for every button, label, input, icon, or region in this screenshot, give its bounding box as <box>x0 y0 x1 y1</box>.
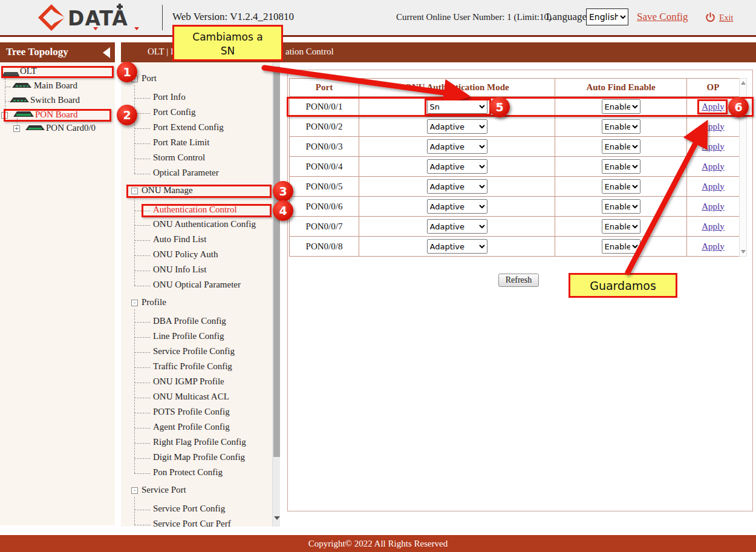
menu-tree-panel: - Port Port Info Port Config Port Extend… <box>121 62 280 527</box>
auto-find-select[interactable]: Enable <box>602 139 640 154</box>
breadcrumb-right: ation Control <box>285 47 334 57</box>
save-config-link[interactable]: Save Config <box>637 11 688 23</box>
web-version-text: Web Version: V1.2.4_210810 <box>172 11 294 23</box>
tree-topology-header: Tree Topology <box>0 42 115 62</box>
apply-link[interactable]: Apply <box>702 142 725 151</box>
auto-find-select[interactable]: Enable <box>602 239 640 254</box>
language-select[interactable]: English <box>586 8 628 25</box>
step-badge-3: 3 <box>273 181 293 202</box>
auth-mode-select[interactable]: Adaptive <box>427 219 487 234</box>
step-badge-2: 2 <box>117 105 137 125</box>
highlight-box-pon-board <box>4 109 111 122</box>
header-rule <box>0 35 756 37</box>
tree-connector <box>5 101 10 102</box>
port-cell: PON0/0/8 <box>290 237 359 257</box>
apply-link[interactable]: Apply <box>702 162 725 171</box>
tree-node-label: Switch Board <box>30 95 80 105</box>
col-header-auth-mode: ONU Authentication Mode <box>359 79 555 97</box>
col-header-auto-find: Auto Find Enable <box>555 79 687 97</box>
port-cell: PON0/0/2 <box>290 117 359 137</box>
tree-topology-title: Tree Topology <box>6 46 68 58</box>
highlight-box-sn-select <box>425 99 491 116</box>
table-row: PON0/0/8 Adaptive Enable Apply <box>290 237 740 257</box>
nav-scrollbar-thumb[interactable] <box>273 67 280 457</box>
step-badge-1: 1 <box>117 62 137 82</box>
collapse-toggle-icon[interactable]: - <box>131 300 138 306</box>
callout-cambiamos-a-sn: Cambiamos a SN <box>172 25 283 61</box>
auto-find-select[interactable]: Enable <box>602 119 640 134</box>
apply-link[interactable]: Apply <box>702 222 725 231</box>
apply-link[interactable]: Apply <box>702 242 725 251</box>
auth-mode-select[interactable]: Adaptive <box>427 139 487 154</box>
online-users-text: Current Online User Number: 1 (Limit:10) <box>396 12 552 22</box>
collapse-toggle-icon[interactable]: - <box>131 487 138 494</box>
board-device-icon <box>25 125 45 135</box>
table-row: PON0/0/3 Adaptive Enable Apply <box>290 137 740 157</box>
step-badge-6: 6 <box>728 97 749 117</box>
highlight-box-authentication-control <box>142 204 272 217</box>
tree-topology-panel: OLT Main Board Switch Board - PON Board … <box>0 62 115 525</box>
auth-mode-select[interactable]: Adaptive <box>427 199 487 214</box>
scroll-down-icon[interactable] <box>274 516 280 520</box>
step-badge-4: 4 <box>273 200 293 221</box>
table-row: PON0/0/6 Adaptive Enable Apply <box>290 197 740 217</box>
col-header-port: Port <box>290 79 359 97</box>
expand-toggle-icon[interactable]: + <box>13 125 20 132</box>
tree-node-label: Main Board <box>34 80 77 91</box>
table-row: PON0/0/4 Adaptive Enable Apply <box>290 157 740 177</box>
port-cell: PON0/0/7 <box>290 217 359 237</box>
nav-scrollbar[interactable] <box>272 62 280 527</box>
svg-text:DATA: DATA <box>68 7 128 30</box>
auto-find-select[interactable]: Enable <box>602 159 640 174</box>
step-badge-5: 5 <box>489 97 510 117</box>
auth-mode-select[interactable]: Adaptive <box>427 159 487 174</box>
highlight-box-apply <box>697 99 728 114</box>
auth-mode-select[interactable]: Adaptive <box>427 179 487 194</box>
apply-link[interactable]: Apply <box>702 182 725 191</box>
language-label: Language <box>546 11 587 23</box>
sidebar-collapse-icon[interactable] <box>103 47 110 58</box>
footer: Copyright© 2022 All Rights Reserved <box>0 535 756 552</box>
highlight-box-row-pon1 <box>287 97 754 117</box>
board-device-icon <box>12 82 31 93</box>
table-header-row: Port ONU Authentication Mode Auto Find E… <box>290 79 740 97</box>
exit-link[interactable]: Exit <box>719 13 733 23</box>
apply-link[interactable]: Apply <box>702 202 725 211</box>
auto-find-select[interactable]: Enable <box>602 219 640 234</box>
col-header-op: OP <box>687 79 740 97</box>
port-cell: PON0/0/3 <box>290 137 359 157</box>
cdata-logo: DATA <box>37 4 152 34</box>
port-cell: PON0/0/5 <box>290 177 359 197</box>
content-panel: Port ONU Authentication Mode Auto Find E… <box>287 70 753 511</box>
header-divider <box>162 5 163 30</box>
scroll-up-icon[interactable] <box>741 81 746 85</box>
auto-find-select[interactable]: Enable <box>602 179 640 194</box>
tree-connector <box>134 309 135 473</box>
highlight-box-olt <box>1 66 114 78</box>
table-row: PON0/0/7 Adaptive Enable Apply <box>290 217 740 237</box>
port-cell: PON0/0/6 <box>290 197 359 217</box>
tree-node-label: PON Card0/0 <box>46 123 96 133</box>
table-row: PON0/0/5 Adaptive Enable Apply <box>290 177 740 197</box>
callout-guardamos: Guardamos <box>569 273 677 298</box>
port-cell: PON0/0/4 <box>290 157 359 177</box>
tree-connector <box>134 497 135 525</box>
table-row: PON0/0/2 Adaptive Enable Apply <box>290 117 740 137</box>
apply-link[interactable]: Apply <box>702 122 725 131</box>
auth-mode-select[interactable]: Adaptive <box>427 239 487 254</box>
auto-find-select[interactable]: Enable <box>602 199 640 214</box>
scroll-down-icon[interactable] <box>741 250 746 254</box>
power-icon <box>705 12 715 25</box>
refresh-button[interactable]: Refresh <box>498 274 539 287</box>
tree-connector <box>5 87 11 87</box>
highlight-box-onu-manage <box>126 185 272 198</box>
auth-mode-select[interactable]: Adaptive <box>427 119 487 134</box>
top-header: DATA Web Version: V1.2.4_210810 Current … <box>0 0 756 35</box>
board-device-icon <box>10 97 29 107</box>
olt-web-ui: DATA Web Version: V1.2.4_210810 Current … <box>0 0 756 552</box>
